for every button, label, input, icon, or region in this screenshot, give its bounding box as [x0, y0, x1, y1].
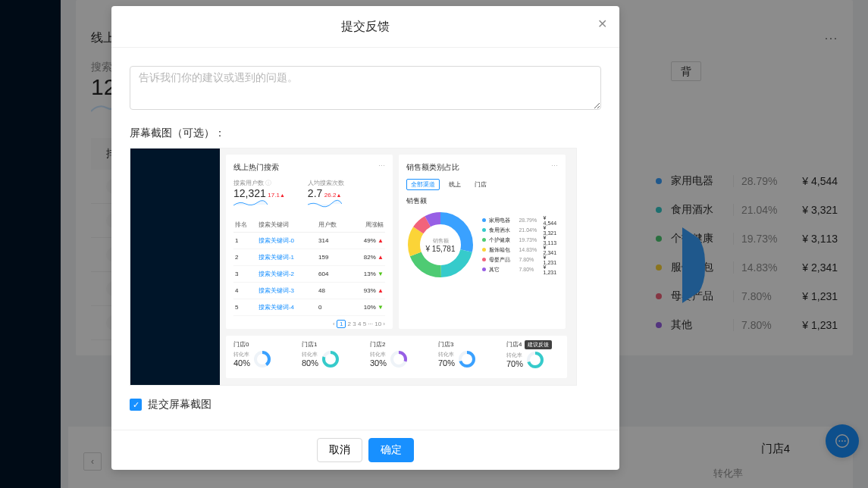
submit-screenshot-checkbox[interactable]: ✓: [130, 399, 142, 411]
shot-store: 门店1 转化率80%: [302, 340, 355, 374]
shot-sidebar: [130, 149, 220, 385]
shot-sales-card: 销售额类别占比⋯ 全部渠道线上门店 销售额: [399, 155, 566, 329]
screenshot-label: 屏幕截图（可选）：: [130, 127, 601, 140]
table-row: 2搜索关键词-115982% ▲: [233, 249, 385, 266]
modal-header: 提交反馈 ✕: [111, 6, 619, 48]
shot-store: 门店0 转化率40%: [233, 340, 287, 374]
ok-button[interactable]: 确定: [368, 438, 414, 462]
shot-donut: 销售额¥ 15,781: [406, 211, 475, 279]
feedback-modal: 提交反馈 ✕ 屏幕截图（可选）： 线上热门搜索⋯ 搜索用户数 ⓘ 12,321 …: [111, 6, 619, 470]
modal-title: 提交反馈: [341, 19, 390, 35]
shot-stores: 门店0 转化率40% 门店1 转化率80% 门店2 转化率30% 门店3 转化率…: [226, 336, 567, 378]
table-row: 1搜索关键词-031449% ▲: [233, 233, 385, 249]
shot-store: 门店2 转化率30%: [370, 340, 423, 374]
shot-store: 门店4建议反馈 转化率70%: [506, 340, 559, 374]
shot-search-card: 线上热门搜索⋯ 搜索用户数 ⓘ 12,321 17.1▲ 人均搜索次数 2.7 …: [226, 155, 393, 329]
shot-pager: ‹ 1 2 3 4 5 ··· 10 ›: [233, 321, 385, 327]
shot-tab: 全部渠道: [406, 179, 440, 190]
shot-tab: 线上: [444, 179, 465, 190]
table-row: 5搜索关键词-4010% ▼: [233, 299, 385, 316]
table-row: 3搜索关键词-260413% ▼: [233, 266, 385, 283]
shot-store: 门店3 转化率70%: [438, 340, 491, 374]
feedback-textarea[interactable]: [130, 66, 601, 110]
checkbox-label: 提交屏幕截图: [148, 398, 212, 411]
cancel-button[interactable]: 取消: [317, 438, 362, 462]
screenshot-preview[interactable]: 线上热门搜索⋯ 搜索用户数 ⓘ 12,321 17.1▲ 人均搜索次数 2.7 …: [130, 148, 577, 386]
table-row: 4搜索关键词-34893% ▲: [233, 283, 385, 299]
close-icon[interactable]: ✕: [597, 18, 607, 30]
shot-tab: 门店: [470, 179, 491, 190]
